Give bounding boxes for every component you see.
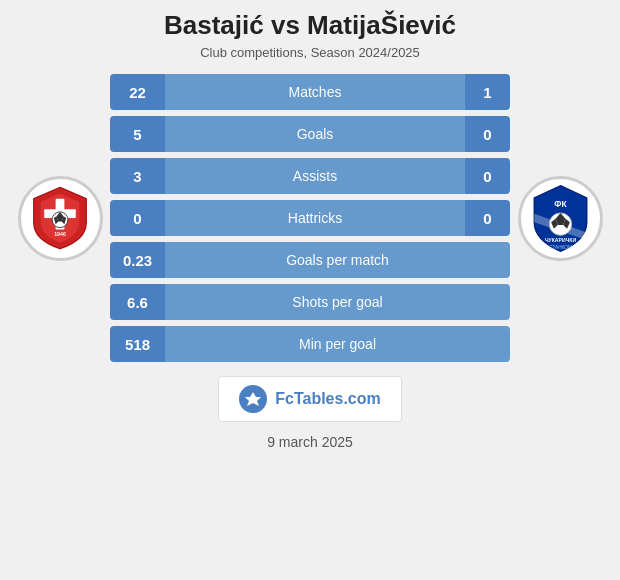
right-badge-svg: ФК ЧУКАРИЧКИ СТАНКОМ xyxy=(523,181,598,256)
stat-left-value-matches: 22 xyxy=(110,74,165,110)
stat-label-min-per-goal: Min per goal xyxy=(165,326,510,362)
stat-label-hattricks: Hattricks xyxy=(165,200,465,236)
svg-marker-8 xyxy=(245,392,261,406)
fctables-icon xyxy=(239,385,267,413)
stat-left-value-goals-per-match: 0.23 xyxy=(110,242,165,278)
date-footer: 9 march 2025 xyxy=(267,434,353,450)
stat-label-assists: Assists xyxy=(165,158,465,194)
left-badge-svg: 1946 xyxy=(25,183,95,253)
svg-text:ЧУКАРИЧКИ: ЧУКАРИЧКИ xyxy=(544,236,576,242)
stat-left-value-hattricks: 0 xyxy=(110,200,165,236)
svg-text:1946: 1946 xyxy=(54,231,66,237)
content-area: 1946 22Matches15Goals03Assists00Hattrick… xyxy=(0,74,620,362)
fctables-logo-svg xyxy=(244,390,262,408)
title-section: Bastajić vs MatijaŠiević Club competitio… xyxy=(144,10,476,60)
svg-text:СТАНКОМ: СТАНКОМ xyxy=(549,244,572,249)
stat-label-goals: Goals xyxy=(165,116,465,152)
fctables-label: FcTables.com xyxy=(275,390,381,408)
left-team-logo: 1946 xyxy=(10,176,110,261)
page-subtitle: Club competitions, Season 2024/2025 xyxy=(164,45,456,60)
stat-row-matches: 22Matches1 xyxy=(110,74,510,110)
stat-row-goals-per-match: 0.23Goals per match xyxy=(110,242,510,278)
stat-label-shots-per-goal: Shots per goal xyxy=(165,284,510,320)
page-wrapper: Bastajić vs MatijaŠiević Club competitio… xyxy=(0,0,620,580)
stat-right-value-assists: 0 xyxy=(465,158,510,194)
stat-right-value-matches: 1 xyxy=(465,74,510,110)
stat-label-matches: Matches xyxy=(165,74,465,110)
stat-row-goals: 5Goals0 xyxy=(110,116,510,152)
stat-row-shots-per-goal: 6.6Shots per goal xyxy=(110,284,510,320)
right-team-logo: ФК ЧУКАРИЧКИ СТАНКОМ xyxy=(510,176,610,261)
fctables-banner[interactable]: FcTables.com xyxy=(218,376,402,422)
stat-left-value-assists: 3 xyxy=(110,158,165,194)
stat-row-hattricks: 0Hattricks0 xyxy=(110,200,510,236)
left-logo-circle: 1946 xyxy=(18,176,103,261)
stat-row-assists: 3Assists0 xyxy=(110,158,510,194)
svg-text:ФК: ФК xyxy=(554,199,567,209)
right-logo-circle: ФК ЧУКАРИЧКИ СТАНКОМ xyxy=(518,176,603,261)
stat-right-value-goals: 0 xyxy=(465,116,510,152)
stats-section: 22Matches15Goals03Assists00Hattricks00.2… xyxy=(110,74,510,362)
stat-row-min-per-goal: 518Min per goal xyxy=(110,326,510,362)
stat-left-value-goals: 5 xyxy=(110,116,165,152)
stat-left-value-min-per-goal: 518 xyxy=(110,326,165,362)
stat-left-value-shots-per-goal: 6.6 xyxy=(110,284,165,320)
page-title: Bastajić vs MatijaŠiević xyxy=(164,10,456,41)
stat-right-value-hattricks: 0 xyxy=(465,200,510,236)
stat-label-goals-per-match: Goals per match xyxy=(165,242,510,278)
